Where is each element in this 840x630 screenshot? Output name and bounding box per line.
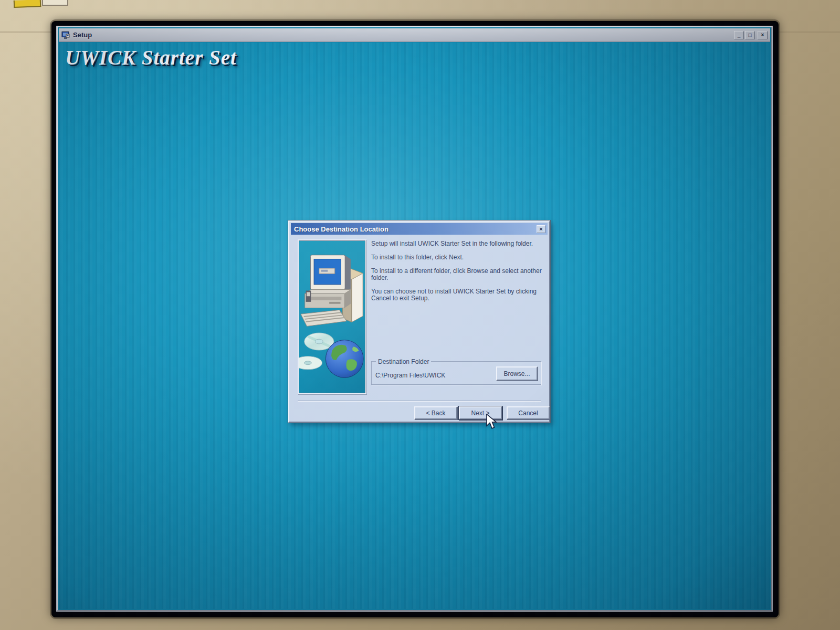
dialog-close-icon[interactable]: ×	[537, 225, 545, 233]
monitor-bezel: { "bezel": { "sticker_yellow": "yellow-l…	[0, 0, 840, 630]
keyboard-graphic	[301, 310, 346, 326]
instruction-paragraph: Setup will install UWICK Starter Set in …	[371, 240, 549, 247]
mouse-cursor	[486, 414, 498, 429]
destination-dialog: Choose Destination Location ×	[288, 220, 550, 423]
destination-folder-group: Destination Folder C:\Program Files\UWIC…	[371, 361, 541, 385]
installer-instructions: Setup will install UWICK Starter Set in …	[371, 240, 549, 309]
installer-graphic-panel	[298, 239, 366, 394]
cancel-button[interactable]: Cancel	[507, 406, 550, 419]
installer-graphic	[299, 240, 365, 393]
close-icon[interactable]: ×	[758, 31, 768, 39]
product-heading: UWICK Starter Set	[65, 46, 237, 69]
minimize-icon[interactable]: _	[734, 31, 744, 39]
dialog-titlebar[interactable]: Choose Destination Location ×	[291, 223, 548, 235]
system-unit-graphic	[305, 290, 351, 308]
globe-graphic	[326, 340, 363, 378]
destination-folder-label: Destination Folder	[376, 358, 431, 365]
destination-path: C:\Program Files\UWICK	[375, 372, 445, 379]
back-button[interactable]: < Back	[414, 406, 457, 419]
setup-app-icon	[61, 31, 70, 39]
browse-button[interactable]: Browse...	[496, 366, 538, 381]
bezel-sticker-light	[42, 0, 68, 6]
wizard-button-row: < Back Next > Cancel	[289, 406, 549, 420]
dialog-title: Choose Destination Location	[294, 225, 537, 233]
instruction-paragraph: You can choose not to install UWICK Star…	[371, 288, 549, 302]
instruction-paragraph: To install to a different folder, click …	[371, 268, 549, 281]
crt-screen: Setup _ □ × UWICK Starter Set Choose Des…	[51, 21, 779, 617]
window-titlebar[interactable]: Setup _ □ ×	[59, 28, 770, 42]
monitor-graphic	[310, 255, 351, 293]
bezel-sticker-yellow	[14, 0, 41, 8]
window-title: Setup	[73, 31, 731, 39]
maximize-icon[interactable]: □	[745, 31, 755, 39]
instruction-paragraph: To install to this folder, click Next.	[371, 254, 549, 261]
button-separator	[298, 401, 541, 402]
